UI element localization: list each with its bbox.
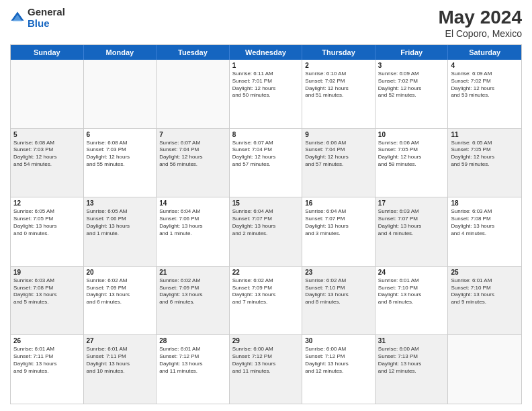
cell-info-text: Sunrise: 6:01 AMSunset: 7:10 PMDaylight:… <box>451 277 519 306</box>
weekday-header-sunday: Sunday <box>11 45 84 60</box>
calendar-row-3: 19Sunrise: 6:03 AMSunset: 7:08 PMDayligh… <box>11 267 521 336</box>
cell-info-text: Sunrise: 6:06 AMSunset: 7:05 PMDaylight:… <box>378 140 445 169</box>
calendar-cell-empty <box>448 335 521 404</box>
title-block: May 2024 El Coporo, Mexico <box>438 7 522 39</box>
cell-info-text: Sunrise: 6:09 AMSunset: 7:02 PMDaylight:… <box>451 71 519 99</box>
calendar-cell-day-15: 15Sunrise: 6:04 AMSunset: 7:07 PMDayligh… <box>230 197 303 266</box>
cell-info-text: Sunrise: 6:09 AMSunset: 7:02 PMDaylight:… <box>378 71 445 99</box>
calendar-cell-day-4: 4Sunrise: 6:09 AMSunset: 7:02 PMDaylight… <box>448 60 521 128</box>
weekday-header-thursday: Thursday <box>302 45 375 60</box>
cell-info-text: Sunrise: 6:01 AMSunset: 7:10 PMDaylight:… <box>378 277 445 306</box>
calendar: SundayMondayTuesdayWednesdayThursdayFrid… <box>10 44 522 404</box>
calendar-cell-day-30: 30Sunrise: 6:00 AMSunset: 7:12 PMDayligh… <box>302 335 375 404</box>
cell-info-text: Sunrise: 6:05 AMSunset: 7:05 PMDaylight:… <box>451 140 519 169</box>
calendar-cell-empty <box>84 60 157 128</box>
subtitle: El Coporo, Mexico <box>438 28 522 39</box>
weekday-header-friday: Friday <box>375 45 449 60</box>
calendar-cell-day-17: 17Sunrise: 6:03 AMSunset: 7:07 PMDayligh… <box>375 197 449 266</box>
calendar-cell-day-25: 25Sunrise: 6:01 AMSunset: 7:10 PMDayligh… <box>448 267 521 335</box>
calendar-cell-day-11: 11Sunrise: 6:05 AMSunset: 7:05 PMDayligh… <box>448 129 521 197</box>
day-number: 6 <box>87 131 154 138</box>
calendar-cell-day-16: 16Sunrise: 6:04 AMSunset: 7:07 PMDayligh… <box>302 197 375 266</box>
day-number: 17 <box>378 199 445 207</box>
calendar-cell-day-27: 27Sunrise: 6:01 AMSunset: 7:11 PMDayligh… <box>84 335 157 404</box>
day-number: 26 <box>13 337 81 345</box>
day-number: 28 <box>159 337 226 345</box>
day-number: 12 <box>13 199 81 207</box>
cell-info-text: Sunrise: 6:05 AMSunset: 7:06 PMDaylight:… <box>87 208 154 237</box>
cell-info-text: Sunrise: 6:03 AMSunset: 7:08 PMDaylight:… <box>13 277 81 306</box>
weekday-header-saturday: Saturday <box>448 45 521 60</box>
day-number: 16 <box>305 199 372 207</box>
day-number: 24 <box>378 269 445 276</box>
cell-info-text: Sunrise: 6:07 AMSunset: 7:04 PMDaylight:… <box>159 140 226 169</box>
cell-info-text: Sunrise: 6:11 AMSunset: 7:01 PMDaylight:… <box>232 71 300 99</box>
day-number: 1 <box>232 62 300 69</box>
calendar-cell-day-24: 24Sunrise: 6:01 AMSunset: 7:10 PMDayligh… <box>375 267 449 335</box>
day-number: 21 <box>159 269 226 276</box>
cell-info-text: Sunrise: 6:00 AMSunset: 7:13 PMDaylight:… <box>378 346 445 375</box>
cell-info-text: Sunrise: 6:04 AMSunset: 7:06 PMDaylight:… <box>159 208 226 237</box>
day-number: 27 <box>87 337 154 345</box>
cell-info-text: Sunrise: 6:03 AMSunset: 7:08 PMDaylight:… <box>451 208 519 237</box>
day-number: 8 <box>232 131 300 138</box>
calendar-row-0: 1Sunrise: 6:11 AMSunset: 7:01 PMDaylight… <box>11 60 521 129</box>
cell-info-text: Sunrise: 6:03 AMSunset: 7:07 PMDaylight:… <box>378 208 445 237</box>
calendar-cell-day-13: 13Sunrise: 6:05 AMSunset: 7:06 PMDayligh… <box>84 197 157 266</box>
cell-info-text: Sunrise: 6:05 AMSunset: 7:05 PMDaylight:… <box>13 208 81 237</box>
cell-info-text: Sunrise: 6:02 AMSunset: 7:10 PMDaylight:… <box>305 277 372 306</box>
logo: General Blue <box>10 7 65 29</box>
calendar-cell-day-28: 28Sunrise: 6:01 AMSunset: 7:12 PMDayligh… <box>157 335 230 404</box>
cell-info-text: Sunrise: 6:00 AMSunset: 7:12 PMDaylight:… <box>305 346 372 375</box>
day-number: 15 <box>232 199 300 207</box>
calendar-cell-day-5: 5Sunrise: 6:08 AMSunset: 7:03 PMDaylight… <box>11 129 84 197</box>
calendar-body: 1Sunrise: 6:11 AMSunset: 7:01 PMDaylight… <box>11 60 521 404</box>
day-number: 31 <box>378 337 445 345</box>
calendar-cell-day-2: 2Sunrise: 6:10 AMSunset: 7:02 PMDaylight… <box>302 60 375 128</box>
cell-info-text: Sunrise: 6:06 AMSunset: 7:04 PMDaylight:… <box>305 140 372 169</box>
calendar-cell-empty <box>11 60 84 128</box>
day-number: 25 <box>451 269 519 276</box>
cell-info-text: Sunrise: 6:07 AMSunset: 7:04 PMDaylight:… <box>232 140 300 169</box>
day-number: 9 <box>305 131 372 138</box>
header: General Blue May 2024 El Coporo, Mexico <box>10 7 522 39</box>
calendar-cell-day-21: 21Sunrise: 6:02 AMSunset: 7:09 PMDayligh… <box>157 267 230 335</box>
cell-info-text: Sunrise: 6:04 AMSunset: 7:07 PMDaylight:… <box>232 208 300 237</box>
calendar-cell-empty <box>157 60 230 128</box>
calendar-cell-day-9: 9Sunrise: 6:06 AMSunset: 7:04 PMDaylight… <box>302 129 375 197</box>
calendar-cell-day-1: 1Sunrise: 6:11 AMSunset: 7:01 PMDaylight… <box>230 60 303 128</box>
cell-info-text: Sunrise: 6:02 AMSunset: 7:09 PMDaylight:… <box>87 277 154 306</box>
calendar-row-1: 5Sunrise: 6:08 AMSunset: 7:03 PMDaylight… <box>11 129 521 198</box>
day-number: 10 <box>378 131 445 138</box>
cell-info-text: Sunrise: 6:00 AMSunset: 7:12 PMDaylight:… <box>232 346 300 375</box>
day-number: 2 <box>305 62 372 69</box>
main-title: May 2024 <box>438 7 522 28</box>
day-number: 11 <box>451 131 519 138</box>
day-number: 5 <box>13 131 81 138</box>
calendar-cell-day-14: 14Sunrise: 6:04 AMSunset: 7:06 PMDayligh… <box>157 197 230 266</box>
logo-general-text: General <box>28 7 65 18</box>
calendar-cell-day-10: 10Sunrise: 6:06 AMSunset: 7:05 PMDayligh… <box>375 129 449 197</box>
logo-blue-text: Blue <box>28 18 65 30</box>
logo-text: General Blue <box>28 7 65 29</box>
cell-info-text: Sunrise: 6:01 AMSunset: 7:11 PMDaylight:… <box>13 346 81 375</box>
cell-info-text: Sunrise: 6:01 AMSunset: 7:12 PMDaylight:… <box>159 346 226 375</box>
calendar-cell-day-26: 26Sunrise: 6:01 AMSunset: 7:11 PMDayligh… <box>11 335 84 404</box>
calendar-cell-day-31: 31Sunrise: 6:00 AMSunset: 7:13 PMDayligh… <box>375 335 449 404</box>
calendar-cell-day-19: 19Sunrise: 6:03 AMSunset: 7:08 PMDayligh… <box>11 267 84 335</box>
calendar-row-2: 12Sunrise: 6:05 AMSunset: 7:05 PMDayligh… <box>11 197 521 267</box>
calendar-cell-day-7: 7Sunrise: 6:07 AMSunset: 7:04 PMDaylight… <box>157 129 230 197</box>
calendar-row-4: 26Sunrise: 6:01 AMSunset: 7:11 PMDayligh… <box>11 335 521 404</box>
weekday-header-tuesday: Tuesday <box>157 45 230 60</box>
calendar-cell-day-23: 23Sunrise: 6:02 AMSunset: 7:10 PMDayligh… <box>302 267 375 335</box>
day-number: 7 <box>159 131 226 138</box>
cell-info-text: Sunrise: 6:08 AMSunset: 7:03 PMDaylight:… <box>13 140 81 169</box>
day-number: 29 <box>232 337 300 345</box>
cell-info-text: Sunrise: 6:01 AMSunset: 7:11 PMDaylight:… <box>87 346 154 375</box>
cell-info-text: Sunrise: 6:08 AMSunset: 7:03 PMDaylight:… <box>87 140 154 169</box>
weekday-header-monday: Monday <box>84 45 157 60</box>
day-number: 30 <box>305 337 372 345</box>
day-number: 18 <box>451 199 519 207</box>
calendar-cell-day-22: 22Sunrise: 6:02 AMSunset: 7:09 PMDayligh… <box>230 267 303 335</box>
day-number: 3 <box>378 62 445 69</box>
